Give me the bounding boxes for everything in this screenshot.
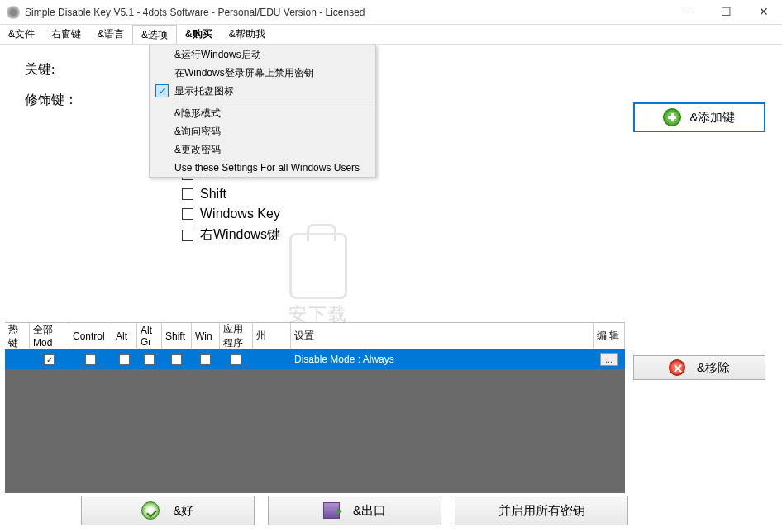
exit-icon [323,502,340,519]
th-shift[interactable]: Shift [162,323,192,349]
menu-options[interactable]: &选项 [132,25,177,44]
enable-all-button[interactable]: 并启用所有密钥 [455,496,628,525]
keys-table: 热 键 全部 Mod Control Alt Alt Gr Shift Win … [5,322,625,493]
th-hotkey[interactable]: 热 键 [5,323,30,349]
checkbox-icon [182,230,193,241]
watermark-lock-icon [289,233,347,299]
dropdown-ask-password[interactable]: &询问密码 [150,122,375,140]
content-area: 关键: 修饰键： [0,45,782,109]
window-title: Simple Disable Key V5.1 - 4dots Software… [25,7,670,18]
key-label: 关键: [25,61,91,78]
dropdown-separator [174,102,372,102]
checkbox-icon[interactable] [231,354,241,365]
key-field-row: 关键: [25,61,765,78]
checkbox-icon[interactable] [171,354,182,365]
ok-button[interactable]: &好 [81,496,255,525]
menu-help[interactable]: &帮助我 [221,25,274,44]
modifier-list: Alt Gr Shift Windows Key 右Windows键 [182,167,280,249]
bottom-button-bar: &好 &出口 并启用所有密钥 [81,496,628,525]
plus-icon [663,108,681,126]
mod-right-windows-key[interactable]: 右Windows键 [182,226,280,244]
app-icon [7,6,20,19]
dropdown-show-tray-icon[interactable]: ✓ 显示托盘图标 [150,82,375,100]
dropdown-change-password[interactable]: &更改密码 [150,140,375,159]
check-icon [141,501,160,520]
dropdown-disable-on-login[interactable]: 在Windows登录屏幕上禁用密钥 [150,64,375,82]
menu-right-window-key[interactable]: 右窗键 [43,25,89,44]
menu-file[interactable]: &文件 [0,25,43,44]
menu-buy[interactable]: &购买 [177,25,221,44]
close-button[interactable]: ✕ [745,0,782,25]
checkbox-checked-icon[interactable]: ✓ [44,354,55,365]
options-dropdown: &运行Windows启动 在Windows登录屏幕上禁用密钥 ✓ 显示托盘图标 … [149,45,376,178]
titlebar: Simple Disable Key V5.1 - 4dots Software… [0,0,782,25]
th-state[interactable]: 州 [253,323,291,349]
checkbox-icon[interactable] [200,354,211,365]
table-row[interactable]: ✓ Disable Mode : Always ... [5,349,625,369]
check-icon: ✓ [155,84,169,97]
cell-settings: Disable Mode : Always [291,349,594,369]
th-altgr[interactable]: Alt Gr [137,323,162,349]
table-empty-area [5,369,625,493]
exit-button[interactable]: &出口 [268,496,441,525]
th-all-mod[interactable]: 全部 Mod [30,323,69,349]
th-app[interactable]: 应用 程序 [220,323,253,349]
mod-windows-key[interactable]: Windows Key [182,207,280,221]
dropdown-stealth-mode[interactable]: &隐形模式 [150,104,375,122]
dropdown-run-on-startup[interactable]: &运行Windows启动 [150,45,375,64]
th-win[interactable]: Win [192,323,220,349]
mod-shift[interactable]: Shift [182,187,280,202]
th-settings[interactable]: 设置 [291,323,594,349]
maximize-button[interactable]: ☐ [708,0,745,25]
th-control[interactable]: Control [69,323,112,349]
th-edit[interactable]: 编 辑 [594,323,625,349]
dropdown-all-users[interactable]: Use these Settings For all Windows Users [150,159,375,177]
menubar: &文件 右窗键 &语言 &选项 &购买 &帮助我 [0,25,782,45]
minimize-button[interactable]: ─ [670,0,708,25]
table-header: 热 键 全部 Mod Control Alt Alt Gr Shift Win … [5,322,625,349]
checkbox-icon[interactable] [119,354,130,365]
checkbox-icon [182,208,193,220]
th-alt[interactable]: Alt [112,323,137,349]
checkbox-icon[interactable] [144,354,155,365]
checkbox-icon [182,188,193,200]
menu-language[interactable]: &语言 [89,25,132,44]
modifier-label: 修饰键： [25,92,91,109]
window-controls: ─ ☐ ✕ [670,0,782,25]
add-key-button[interactable]: &添加键 [633,102,765,132]
delete-icon [669,359,685,376]
edit-button[interactable]: ... [600,353,618,366]
remove-button[interactable]: &移除 [633,355,765,380]
checkbox-icon[interactable] [85,354,96,365]
